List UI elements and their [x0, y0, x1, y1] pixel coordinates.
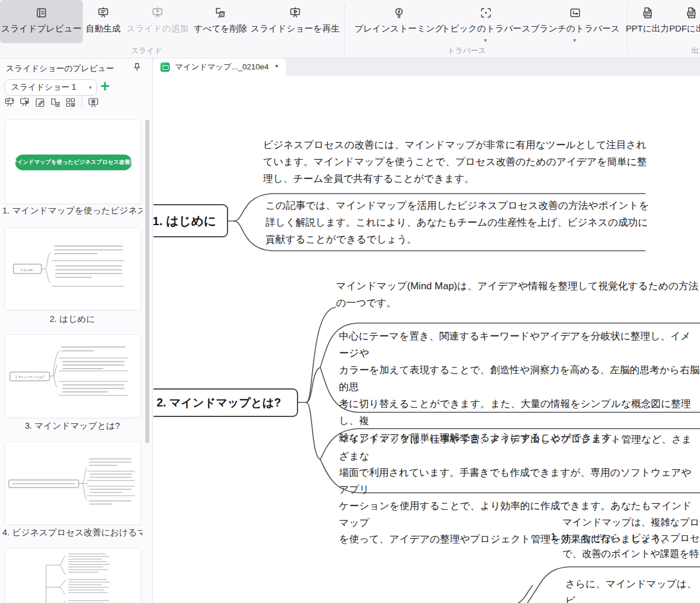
slide-card-1[interactable]: マインドマップを使ったビジネスプロセス改善法	[5, 120, 141, 204]
play-slideshow-button[interactable]: スライドショーを再生	[251, 0, 340, 43]
slide-group-label: スライド	[120, 45, 173, 56]
new-slides-from-map-icon[interactable]	[2, 96, 18, 110]
export-ppt-button[interactable]: PPT PPTに出力	[628, 0, 667, 43]
slide-thumbnail-sketch	[5, 442, 141, 525]
slide-card-4[interactable]	[5, 441, 141, 525]
tools-separator	[82, 97, 82, 108]
pdf-file-icon: PDF	[685, 5, 698, 20]
lightbulb-icon	[393, 5, 405, 20]
topic-text-structure[interactable]: 中心にテーマを置き、関連するキーワードやアイデアを分岐状に整理し、イメージや カ…	[339, 328, 700, 446]
delete-all-icon	[214, 5, 227, 20]
slide-preview-button[interactable]: スライドプレビュー	[0, 0, 83, 43]
auto-generate-label: 自動生成	[86, 23, 121, 34]
slide-caption-4: 4. ビジネスプロセス改善におけるマ...	[2, 527, 142, 538]
slide-thumbnail-sketch	[5, 549, 141, 603]
slide-caption-3: 3. マインドマップとは?	[2, 420, 142, 432]
add-slide-label: スライドの追加	[127, 23, 189, 34]
slide-thumbnail-sketch: 1. はじめに	[5, 228, 141, 310]
export-pdf-button[interactable]: PDF PDFに出力	[671, 0, 700, 43]
sidebar-title: スライドショーのプレビュー	[6, 64, 114, 74]
topic-traverse-caret[interactable]: ▾	[482, 37, 489, 43]
topic-text-intro-1[interactable]: ビジネスプロセスの改善には、マインドマップが非常に有用なツールとして注目され て…	[263, 136, 647, 187]
topic-node-hajimeni[interactable]: 1. はじめに	[153, 204, 228, 237]
topic-text-further[interactable]: さらに、マインドマップは、ビ を整理し、関連性を視覚化する	[565, 576, 700, 603]
slide-caption-1: 1. マインドマップを使ったビジネス...	[2, 205, 142, 216]
branch-traverse-caret[interactable]: ▾	[571, 37, 578, 43]
document-tab[interactable]: マインドマップ..._0210e4 ●	[153, 58, 286, 76]
list-number-marker: 1.	[551, 531, 559, 542]
slideshow-tools	[2, 96, 101, 110]
topic-text-role[interactable]: マインドマップは、複雑なプロ す。なぜなら、ビジネスプロセ で、改善のポイントや…	[562, 514, 700, 562]
slide-preview-icon	[35, 5, 48, 20]
branch-traverse-icon	[569, 5, 582, 20]
add-slide-icon	[151, 5, 164, 20]
add-slide-button[interactable]: スライドの追加	[127, 0, 188, 43]
slide1-central-topic: マインドマップを使ったビジネスプロセス改善法	[15, 155, 132, 170]
svg-text:PDF: PDF	[688, 13, 694, 16]
document-tab-title: マインドマップ..._0210e4	[175, 62, 269, 72]
export-ppt-label: PPTに出力	[626, 23, 670, 34]
toolbar-separator	[344, 5, 345, 54]
slideshow-select-value: スライドショー 1	[11, 82, 89, 93]
delete-all-label: すべてを削除	[194, 23, 247, 34]
top-toolbar: スライドプレビュー 自動生成 スライドの追加 すべてを削除 スライドショーを再生…	[0, 0, 700, 58]
branch-traverse-label: ブランチのトラバース	[530, 23, 620, 34]
brainstorming-button[interactable]: ブレインストーミング	[355, 0, 443, 43]
auto-generate-button[interactable]: 自動生成	[84, 0, 123, 43]
document-tabbar: マインドマップ..._0210e4 ●	[153, 58, 700, 76]
rename-slideshow-icon[interactable]	[33, 96, 48, 110]
slide-thumbnail-sketch: 2. マインドマップとは?	[5, 335, 141, 418]
play-slideshow-icon	[289, 5, 302, 20]
svg-text:PPT: PPT	[645, 13, 650, 16]
add-slideshow-button[interactable]: +	[100, 78, 110, 95]
presentation-board-icon	[97, 5, 110, 20]
topic-traverse-icon	[480, 5, 492, 20]
slideshow-sidebar: スライドショーのプレビュー スライドショー 1 ▾ + マインドマップを使ったビ…	[0, 58, 153, 603]
slide-caption-2: 2. はじめに	[2, 314, 142, 325]
slideshow-select[interactable]: スライドショー 1 ▾	[5, 79, 97, 96]
topic-traverse-label: トピックのトラバース	[441, 23, 530, 34]
slide-card-3[interactable]: 2. マインドマップとは?	[5, 334, 141, 418]
slideshow-pointer-icon[interactable]	[18, 96, 33, 110]
branch-traverse-button[interactable]: ブランチのトラバース	[531, 0, 620, 43]
chevron-down-icon: ▾	[89, 85, 92, 90]
brainstorming-label: ブレインストーミング	[354, 23, 443, 34]
topic-text-definition[interactable]: マインドマップ(Mind Map)は、アイデアや情報を整理して視覚化するための方…	[336, 278, 698, 311]
export-pdf-label: PDFに出力	[669, 23, 700, 34]
export-group-label: 出力	[681, 45, 700, 56]
topic-node-what-is-mindmap[interactable]: 2. マインドマップとは?	[153, 388, 298, 417]
unsaved-dot-icon: ●	[275, 63, 278, 69]
slide-card-2[interactable]: 1. はじめに	[5, 227, 141, 310]
traverse-group-label: トラバース	[440, 45, 493, 56]
present-icon[interactable]	[86, 96, 101, 110]
ppt-file-icon: PPT	[641, 5, 654, 20]
slide-preview-label: スライドプレビュー	[1, 23, 82, 34]
topic-traverse-button[interactable]: トピックのトラバース	[442, 0, 530, 43]
mindmap-file-icon	[160, 62, 170, 72]
delete-slideshow-icon[interactable]	[48, 96, 63, 110]
slide-card-5[interactable]	[5, 548, 141, 603]
play-slideshow-label: スライドショーを再生	[251, 23, 340, 34]
topic-text-intro-2[interactable]: この記事では、マインドマップを活用したビジネスプロセス改善の方法やポイントを 詳…	[265, 197, 649, 248]
sidebar-scrollbar[interactable]	[145, 120, 149, 443]
manage-slides-icon[interactable]	[63, 96, 78, 110]
pin-icon[interactable]	[132, 62, 142, 72]
delete-all-slides-button[interactable]: すべてを削除	[192, 0, 249, 43]
mindmap-canvas[interactable]: 1. はじめに ビジネスプロセスの改善には、マインドマップが非常に有用なツールと…	[153, 76, 700, 603]
